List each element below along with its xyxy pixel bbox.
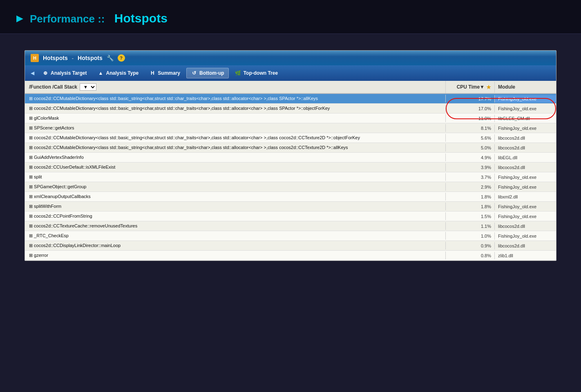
table-row[interactable]: ⊞ cocos2d::CCMutableDictionary<class std… [25, 133, 556, 143]
cell-function: ⊞ SPScene::getActors [25, 124, 446, 132]
table-row[interactable]: ⊞ SPGameObject::getGroup2.9%FishingJoy_o… [25, 182, 556, 192]
function-filter-select[interactable]: ▼ [80, 83, 96, 91]
analysis-type-icon: ▲ [97, 70, 104, 76]
cell-cputime: 0.8% [446, 252, 495, 259]
cell-function: ⊞ split [25, 173, 446, 181]
table-row[interactable]: ⊞ cocos2d::CCDisplayLinkDirector::mainLo… [25, 241, 556, 251]
col-cputime-label: CPU Time▼ [457, 84, 485, 90]
cell-module: FishingJoy_old.exe [495, 213, 556, 220]
cell-function: ⊞ gzerror [25, 252, 446, 259]
table-header: /Function /Call Stack ▼ CPU Time▼ ★ Modu… [25, 81, 556, 94]
table-row[interactable]: ⊞ cocos2d::CCPointFromString1.5%FishingJ… [25, 212, 556, 221]
col-module-header: Module [495, 82, 556, 92]
panel-separator: - [72, 55, 74, 61]
cell-module: libEGL.dll [495, 154, 556, 161]
nav-btn-bottom-up-label: Bottom-up [199, 70, 224, 76]
cell-function: ⊞ cocos2d::CCMutableDictionary<class std… [25, 105, 446, 112]
nav-btn-bottom-up[interactable]: ↺ Bottom-up [186, 68, 229, 78]
table-row[interactable]: ⊞ gzerror0.8%zlib1.dll [25, 251, 556, 261]
cell-module: libcocos2d.dll [495, 134, 556, 142]
page-header: ▶ Performance :: Hotspots [0, 0, 581, 34]
cell-cputime: 11.0% [446, 115, 495, 122]
cell-function: ⊞ cocos2d::CCUserDefault::isXMLFileExist [25, 163, 446, 171]
table-row[interactable]: ⊞ SPScene::getActors8.1%FishingJoy_old.e… [25, 123, 556, 133]
table-row[interactable]: ⊞ cocos2d::CCTextureCache::removeUnusedT… [25, 221, 556, 231]
cell-module: libGLES_CM.dll [495, 115, 556, 122]
cell-module: FishingJoy_old.exe [495, 174, 556, 181]
table-row[interactable]: ⊞ split3.7%FishingJoy_old.exe [25, 172, 556, 182]
header-title: Hotspots [114, 11, 168, 25]
cell-function: ⊞ glColorMask [25, 114, 446, 122]
analysis-target-icon: ⊕ [42, 70, 49, 76]
cell-function: ⊞ cocos2d::CCMutableDictionary<class std… [25, 134, 446, 142]
cell-function: ⊞ cocos2d::CCDisplayLinkDirector::mainLo… [25, 242, 446, 249]
cell-cputime: 3.9% [446, 164, 495, 171]
table-row[interactable]: ⊞ cocos2d::CCMutableDictionary<class std… [25, 143, 556, 153]
cell-module: FishingJoy_old.exe [495, 232, 556, 240]
top-down-tree-icon: 🌿 [235, 70, 241, 76]
table-row[interactable]: ⊞ xmlCleanupOutputCallbacks1.8%libxml2.d… [25, 192, 556, 202]
panel-subtitle: Hotspots [78, 55, 103, 61]
cell-cputime: 0.9% [446, 242, 495, 249]
star-icon: ★ [486, 84, 491, 90]
help-button[interactable]: ? [118, 54, 125, 62]
col-function-header: /Function /Call Stack ▼ [25, 81, 446, 93]
summary-icon: H [149, 70, 156, 76]
nav-collapse-button[interactable]: ◀ [29, 69, 36, 77]
cell-module: libcocos2d.dll [495, 164, 556, 171]
table-row[interactable]: ⊞ cocos2d::CCMutableDictionary<class std… [25, 94, 556, 104]
cell-function: ⊞ GuiAddVertexShaderInfo [25, 154, 446, 161]
cell-module: FishingJoy_old.exe [495, 95, 556, 102]
cell-function: ⊞ splitWithForm [25, 203, 446, 210]
header-arrow-icon: ▶ [16, 13, 23, 24]
cell-function: ⊞ cocos2d::CCMutableDictionary<class std… [25, 95, 446, 102]
nav-btn-top-down-tree-label: Top-down Tree [244, 70, 278, 76]
cell-module: zlib1.dll [495, 252, 556, 259]
table-row[interactable]: ⊞ glColorMask11.0%libGLES_CM.dll [25, 114, 556, 123]
cell-cputime: 8.1% [446, 125, 495, 132]
bottom-up-icon: ↺ [191, 70, 197, 76]
table-row[interactable]: ⊞ cocos2d::CCMutableDictionary<class std… [25, 104, 556, 114]
header-label: Performance :: [30, 13, 105, 25]
table-row[interactable]: ⊞ cocos2d::CCUserDefault::isXMLFileExist… [25, 163, 556, 172]
col-function-label: /Function /Call Stack [29, 84, 77, 90]
page-title: Performance :: Hotspots [30, 11, 168, 25]
cell-cputime: 17.7% [446, 95, 495, 102]
cell-module: libcocos2d.dll [495, 242, 556, 249]
nav-btn-summary[interactable]: H Summary [145, 68, 185, 78]
table-row[interactable]: ⊞ splitWithForm1.8%FishingJoy_old.exe [25, 202, 556, 212]
cell-function: ⊞ cocos2d::CCPointFromString [25, 212, 446, 220]
cell-cputime: 1.8% [446, 193, 495, 200]
panel-nav: ◀ ⊕ Analysis Target ▲ Analysis Type H Su… [25, 65, 556, 81]
cell-module: libcocos2d.dll [495, 223, 556, 230]
panel-title: Hotspots [43, 55, 68, 61]
table-row[interactable]: ⊞ GuiAddVertexShaderInfo4.9%libEGL.dll [25, 153, 556, 163]
cell-module: FishingJoy_old.exe [495, 105, 556, 112]
cell-cputime: 2.9% [446, 183, 495, 191]
nav-btn-top-down-tree[interactable]: 🌿 Top-down Tree [230, 68, 282, 78]
cell-cputime: 1.5% [446, 213, 495, 220]
cell-cputime: 4.9% [446, 154, 495, 161]
cell-function: ⊞ cocos2d::CCTextureCache::removeUnusedT… [25, 222, 446, 230]
cell-cputime: 1.1% [446, 223, 495, 230]
nav-btn-analysis-target-label: Analysis Target [51, 70, 87, 76]
table-row[interactable]: ⊞ _RTC_CheckEsp1.0%FishingJoy_old.exe [25, 231, 556, 241]
table-body: /Function /Call Stack ▼ CPU Time▼ ★ Modu… [25, 81, 556, 261]
cell-function: ⊞ SPGameObject::getGroup [25, 183, 446, 191]
cell-function: ⊞ _RTC_CheckEsp [25, 232, 446, 240]
nav-btn-analysis-target[interactable]: ⊕ Analysis Target [38, 68, 91, 78]
cell-module: libxml2.dll [495, 193, 556, 200]
panel-icon: H [31, 54, 39, 62]
main-content: H Hotspots - Hotspots 🔧 ? ◀ ⊕ Analysis T… [0, 34, 581, 277]
panel-titlebar: H Hotspots - Hotspots 🔧 ? [25, 51, 556, 65]
nav-btn-analysis-type-label: Analysis Type [106, 70, 139, 76]
cell-module: FishingJoy_old.exe [495, 203, 556, 210]
cell-module: FishingJoy_old.exe [495, 125, 556, 132]
cell-function: ⊞ cocos2d::CCMutableDictionary<class std… [25, 144, 446, 151]
cell-cputime: 5.0% [446, 144, 495, 151]
cell-cputime: 17.0% [446, 105, 495, 112]
col-cputime-header[interactable]: CPU Time▼ ★ [446, 82, 495, 93]
wrench-icon[interactable]: 🔧 [107, 55, 114, 61]
cell-cputime: 5.6% [446, 134, 495, 142]
nav-btn-analysis-type[interactable]: ▲ Analysis Type [93, 68, 143, 78]
